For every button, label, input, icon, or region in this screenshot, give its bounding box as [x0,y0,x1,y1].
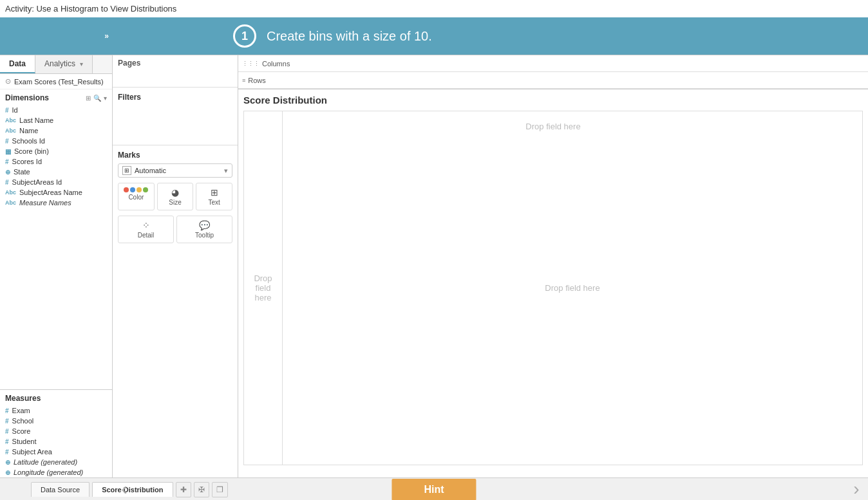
list-item[interactable]: #Exam [0,405,112,416]
marks-detail-button[interactable]: ⁘ Detail [118,216,174,243]
list-item[interactable]: #Score [0,426,112,436]
tooltip-label: Tooltip [195,232,214,239]
tab-analytics[interactable]: Analytics ▾ [35,55,93,73]
list-item[interactable]: #School [0,416,112,426]
drop-left-label: Drop field here [254,273,272,302]
tab-data[interactable]: Data [0,55,35,73]
step-number: 1 [233,24,256,48]
marks-color-button[interactable]: Color [118,183,155,210]
filters-title: Filters [118,93,232,102]
marks-type-dropdown[interactable]: ⊞ Automatic ▾ [118,163,232,178]
list-item[interactable]: ⊕State [0,167,112,177]
measures-list: #Exam#School#Score#Student#Subject Area⊕… [0,405,112,477]
collapse-button[interactable]: » [104,32,109,41]
marks-buttons-row2: ⁘ Detail 💬 Tooltip [118,216,232,243]
list-item[interactable]: #Schools Id [0,136,112,146]
field-label: SubjectAreas Id [12,178,62,186]
list-item[interactable]: #Scores Id [0,156,112,167]
left-panel-tabs: Data Analytics ▾ [0,55,112,74]
marks-size-button[interactable]: ◕ Size [157,183,194,210]
list-item[interactable]: #Subject Area [0,447,112,457]
grid-icon[interactable]: ⊞ [86,95,91,102]
list-item[interactable]: AbcLast Name [0,115,112,125]
color-label: Color [128,194,144,201]
list-item[interactable]: AbcMeasure Names [0,198,112,208]
list-item[interactable]: ⊕Longitude (generated) [0,467,112,477]
rows-label: Rows [248,77,266,84]
new-sheet-icon-2[interactable]: ✠ [194,482,209,497]
list-item[interactable]: ⊕Latitude (generated) [0,457,112,467]
hash-icon: # [5,407,9,414]
list-item[interactable]: #SubjectAreas Id [0,177,112,187]
measures-title: Measures [5,394,41,403]
color-dots-icon [124,187,148,192]
field-label: Subject Area [12,448,52,456]
new-sheet-icon-1[interactable]: ✚ [176,482,191,497]
datasource-icon: ⊙ [5,77,11,86]
hint-button[interactable]: Hint [392,479,476,500]
list-item[interactable]: #Student [0,436,112,447]
field-label: Scores Id [12,158,42,165]
rows-shelf: ≡ Rows [238,72,868,89]
list-item[interactable]: #Id [0,105,112,115]
hash-icon: # [5,428,9,435]
measures-header: Measures [0,390,112,405]
main-drop-zone[interactable]: Drop field here [283,111,862,465]
new-sheet-icon-3[interactable]: ❐ [212,482,228,497]
hash-icon: # [5,158,9,165]
text-label: Text [208,199,220,206]
marks-type-label: Automatic [135,167,166,174]
marks-text-button[interactable]: ⊞ Text [196,183,232,210]
list-item[interactable]: AbcSubjectAreas Name [0,187,112,198]
page-title: Activity: Use a Histogram to View Distri… [0,0,868,17]
abc-icon: Abc [5,117,16,124]
step-instruction: Create bins with a size of 10. [267,29,432,44]
datasource-row[interactable]: ⊙ Exam Scores (Test_Results) [0,74,112,89]
hash-icon: # [5,438,9,445]
marks-tooltip-button[interactable]: 💬 Tooltip [176,216,232,243]
globe-icon: ⊕ [5,469,10,476]
bar-icon: ▦ [5,148,11,155]
field-label: Measure Names [19,199,71,207]
hash-icon: # [5,449,9,456]
dropdown-arrow-icon[interactable]: ▾ [104,95,107,102]
detail-icon: ⁘ [142,220,150,230]
abc-icon: Abc [5,127,16,134]
filters-section: Filters [113,88,238,145]
viz-canvas[interactable]: Drop field here Drop field here [243,111,863,465]
columns-shelf: ⋮⋮⋮ Columns [238,55,868,72]
search-icon[interactable]: 🔍 [93,95,101,102]
field-label: Score (bin) [14,147,49,155]
drop-right-label: Drop field here [545,283,599,293]
pages-title: Pages [118,59,232,68]
dimensions-header: Dimensions ⊞ 🔍 ▾ [0,89,112,105]
dimensions-tools: ⊞ 🔍 ▾ [86,95,107,102]
columns-label: Columns [262,60,290,68]
field-label: Latitude (generated) [14,458,77,466]
field-label: Name [19,127,38,134]
field-label: Exam [12,407,30,414]
abc-icon: Abc [5,189,16,196]
size-icon: ◕ [171,187,179,198]
left-drop-zone[interactable]: Drop field here [244,111,283,465]
list-item[interactable]: ▦Score (bin) [0,146,112,156]
field-label: Schools Id [12,137,45,145]
field-label: SubjectAreas Name [19,189,82,196]
hash-icon: # [5,179,9,186]
shelves-area: ⋮⋮⋮ Columns ≡ Rows [238,55,868,89]
list-item[interactable]: AbcName [0,125,112,136]
prev-nav-button[interactable]: ‹ [113,477,136,500]
data-source-tab[interactable]: Data Source [31,482,90,497]
next-nav-button[interactable]: › [845,477,868,500]
abc-icon: Abc [5,199,16,206]
rows-icon: ≡ [242,77,245,84]
field-label: Student [12,438,37,445]
columns-icon: ⋮⋮⋮ [242,60,259,67]
bottom-bar: ‹ Data Source Score Distribution ✚ ✠ ❐ H… [0,477,868,500]
datasource-label: Exam Scores (Test_Results) [14,78,104,86]
field-label: School [12,417,34,425]
tooltip-icon: 💬 [199,220,210,230]
globe-icon: ⊕ [5,459,10,466]
dimensions-list: #IdAbcLast NameAbcName#Schools Id▦Score … [0,105,112,389]
hash-icon: # [5,138,9,145]
